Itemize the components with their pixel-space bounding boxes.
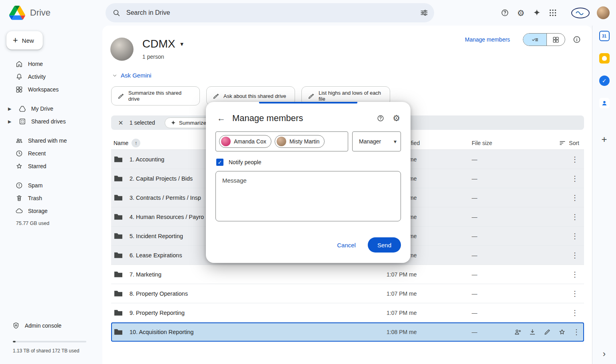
sidebar-item-spam[interactable]: Spam — [0, 179, 102, 192]
file-size: — — [472, 252, 532, 259]
gemini-chip-summarize[interactable]: Summarize this shared drive — [111, 86, 200, 105]
folder-icon — [114, 156, 122, 163]
more-actions-icon[interactable]: ⋮ — [571, 271, 578, 278]
more-actions-icon[interactable]: ⋮ — [571, 290, 578, 297]
back-icon[interactable]: ← — [217, 113, 225, 123]
table-row-selected[interactable]: 10. Acquisition Reporting 1:08 PM me — ⋮ — [111, 322, 584, 342]
advanced-search-icon[interactable] — [420, 8, 429, 17]
download-icon[interactable] — [528, 328, 536, 336]
tasks-icon[interactable]: ✓ — [599, 76, 610, 86]
folder-icon — [114, 175, 122, 182]
hide-side-panel-icon[interactable]: › — [603, 349, 606, 359]
sidebar-item-storage[interactable]: Storage — [0, 205, 102, 217]
spam-icon — [15, 181, 23, 189]
column-header-size[interactable]: File size — [472, 140, 532, 146]
workspace-side-panel: 31 ✓ + › — [592, 26, 616, 364]
recipients-field[interactable]: Amanda Cox Misty Martin — [215, 131, 348, 151]
more-actions-icon[interactable]: ⋮ — [571, 233, 578, 240]
manage-members-link[interactable]: Manage members — [465, 36, 510, 43]
member-avatar — [221, 137, 231, 146]
sidebar-item-starred[interactable]: Starred — [0, 160, 102, 173]
search-bar[interactable] — [106, 3, 434, 22]
sidebar-item-workspaces[interactable]: Workspaces — [0, 83, 102, 96]
title-dropdown-icon[interactable]: ▼ — [179, 41, 184, 47]
more-actions-icon[interactable]: ⋮ — [571, 309, 578, 316]
list-view-icon[interactable] — [523, 34, 547, 46]
page-title[interactable]: CDMX ▼ — [142, 38, 184, 50]
expand-arrow-icon[interactable]: ▶ — [8, 106, 14, 111]
table-row[interactable]: 8. Property Operations 1:07 PM me — ⋮ — [111, 284, 584, 303]
search-icon[interactable] — [112, 8, 121, 17]
cancel-button[interactable]: Cancel — [331, 237, 361, 253]
rename-icon[interactable] — [543, 328, 551, 336]
bell-icon — [15, 73, 23, 81]
member-chip[interactable]: Misty Martin — [275, 135, 325, 148]
more-actions-icon[interactable]: ⋮ — [571, 175, 578, 182]
more-actions-icon[interactable]: ⋮ — [571, 252, 578, 259]
chevron-down-icon — [112, 73, 118, 78]
user-avatar[interactable] — [597, 6, 610, 19]
role-dropdown[interactable]: Manager ▾ — [352, 131, 401, 151]
file-size: — — [472, 156, 532, 163]
dialog-accent-line — [259, 102, 357, 103]
help-icon[interactable] — [377, 114, 385, 122]
more-actions-icon[interactable]: ⋮ — [571, 156, 578, 163]
trash-icon — [15, 194, 23, 202]
send-button[interactable]: Send — [368, 237, 401, 253]
message-input[interactable] — [215, 171, 401, 221]
notify-checkbox[interactable]: ✓ — [216, 159, 223, 166]
view-toggle[interactable] — [523, 33, 565, 46]
search-input[interactable] — [121, 9, 420, 16]
sidebar-item-activity[interactable]: Activity — [0, 70, 102, 83]
contacts-icon[interactable] — [599, 98, 610, 108]
notify-people-row[interactable]: ✓ Notify people — [216, 159, 401, 166]
column-header-sort[interactable]: Sort — [532, 139, 584, 147]
sidebar-item-shared-with-me[interactable]: Shared with me — [0, 134, 102, 147]
sort-ascending-icon[interactable]: ↑ — [132, 139, 140, 147]
more-actions-icon[interactable]: ⋮ — [571, 194, 578, 201]
drive-brand[interactable]: Drive — [0, 6, 96, 20]
settings-icon[interactable]: ⚙ — [513, 5, 529, 21]
gemini-spark-icon[interactable] — [529, 5, 545, 21]
app-title: Drive — [30, 8, 50, 18]
file-size: — — [472, 195, 532, 201]
add-apps-icon[interactable]: + — [601, 134, 607, 145]
folder-icon — [114, 252, 122, 259]
admin-console-link[interactable]: Admin console — [0, 319, 102, 332]
file-name: 6. Lease Expirations — [130, 252, 182, 259]
table-row[interactable]: 9. Property Reporting 1:07 PM me — ⋮ — [111, 303, 584, 322]
more-actions-icon[interactable]: ⋮ — [571, 213, 578, 221]
google-apps-icon[interactable] — [545, 5, 561, 21]
last-modified: 1:07 PM me — [387, 271, 472, 278]
sidebar-item-shared-drives[interactable]: ▶ Shared drives — [0, 115, 102, 128]
folder-icon — [114, 233, 122, 239]
new-button[interactable]: + New — [6, 31, 43, 50]
star-icon[interactable] — [558, 328, 566, 336]
file-size: — — [472, 290, 532, 297]
file-size: — — [472, 310, 532, 316]
share-icon[interactable] — [514, 328, 522, 336]
last-modified: 1:07 PM me — [387, 290, 472, 297]
ask-gemini-toggle[interactable]: Ask Gemini — [112, 72, 152, 79]
keep-icon[interactable] — [599, 53, 610, 64]
calendar-icon[interactable]: 31 — [599, 31, 610, 41]
pen-spark-icon — [117, 92, 125, 100]
file-name: 3. Contracts / Permits / Insp — [130, 195, 201, 201]
expand-arrow-icon[interactable]: ▶ — [8, 119, 14, 124]
grid-view-icon[interactable] — [547, 34, 565, 46]
people-icon — [15, 137, 23, 145]
member-chip[interactable]: Amanda Cox — [219, 135, 271, 148]
sidebar-item-recent[interactable]: Recent — [0, 147, 102, 160]
row-hover-actions: ⋮ — [514, 322, 580, 341]
clear-selection-icon[interactable]: × — [116, 118, 126, 127]
sidebar-item-home[interactable]: Home — [0, 58, 102, 70]
folder-icon — [114, 310, 122, 316]
info-icon[interactable] — [572, 35, 581, 44]
help-icon[interactable] — [497, 5, 513, 21]
sidebar-item-trash[interactable]: Trash — [0, 192, 102, 205]
topbar-actions: ⚙ — [497, 0, 610, 26]
table-row[interactable]: 7. Marketing 1:07 PM me — ⋮ — [111, 265, 584, 284]
sidebar-item-my-drive[interactable]: ▶ My Drive — [0, 102, 102, 115]
more-actions-icon[interactable]: ⋮ — [573, 328, 580, 336]
settings-icon[interactable]: ⚙ — [393, 114, 400, 123]
